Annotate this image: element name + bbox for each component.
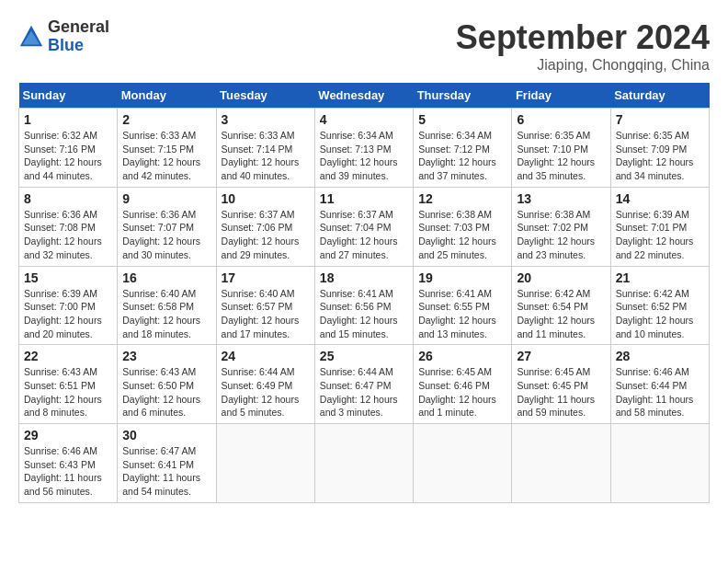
day-number: 26	[418, 349, 506, 363]
day-info: Sunrise: 6:38 AM Sunset: 7:03 PM Dayligh…	[418, 208, 506, 262]
day-info: Sunrise: 6:35 AM Sunset: 7:10 PM Dayligh…	[517, 129, 605, 183]
day-info: Sunrise: 6:39 AM Sunset: 7:00 PM Dayligh…	[24, 287, 112, 341]
calendar-day-cell: 25Sunrise: 6:44 AM Sunset: 6:47 PM Dayli…	[314, 345, 413, 424]
day-number: 2	[122, 112, 210, 127]
day-info: Sunrise: 6:33 AM Sunset: 7:15 PM Dayligh…	[122, 129, 210, 183]
calendar-week-row: 29Sunrise: 6:46 AM Sunset: 6:43 PM Dayli…	[19, 424, 710, 503]
day-number: 6	[517, 112, 605, 127]
day-info: Sunrise: 6:42 AM Sunset: 6:52 PM Dayligh…	[616, 287, 704, 341]
calendar-day-cell	[314, 424, 413, 503]
day-info: Sunrise: 6:38 AM Sunset: 7:02 PM Dayligh…	[517, 208, 605, 262]
calendar-day-cell: 20Sunrise: 6:42 AM Sunset: 6:54 PM Dayli…	[512, 266, 610, 345]
weekday-header-cell: Saturday	[610, 83, 709, 109]
calendar-day-cell: 24Sunrise: 6:44 AM Sunset: 6:49 PM Dayli…	[216, 345, 314, 424]
day-number: 29	[24, 428, 112, 442]
calendar-day-cell	[414, 424, 512, 503]
day-number: 8	[24, 191, 112, 206]
day-number: 12	[418, 191, 506, 206]
calendar-day-cell: 21Sunrise: 6:42 AM Sunset: 6:52 PM Dayli…	[610, 266, 709, 345]
day-number: 15	[24, 270, 112, 285]
day-number: 10	[222, 191, 310, 206]
day-info: Sunrise: 6:45 AM Sunset: 6:46 PM Dayligh…	[418, 365, 506, 419]
day-number: 18	[320, 270, 408, 285]
weekday-header-cell: Sunday	[19, 83, 118, 109]
weekday-header-cell: Monday	[118, 83, 216, 109]
page-header: General Blue September 2024 Jiaping, Cho…	[18, 18, 710, 74]
month-title: September 2024	[456, 18, 710, 57]
calendar-day-cell: 3Sunrise: 6:33 AM Sunset: 7:14 PM Daylig…	[216, 109, 314, 188]
calendar-day-cell: 15Sunrise: 6:39 AM Sunset: 7:00 PM Dayli…	[19, 266, 118, 345]
calendar-day-cell	[216, 424, 314, 503]
calendar-day-cell: 1Sunrise: 6:32 AM Sunset: 7:16 PM Daylig…	[19, 109, 118, 188]
logo-icon	[18, 24, 44, 50]
day-number: 27	[517, 349, 605, 363]
calendar-body: 1Sunrise: 6:32 AM Sunset: 7:16 PM Daylig…	[19, 109, 710, 503]
day-info: Sunrise: 6:33 AM Sunset: 7:14 PM Dayligh…	[222, 129, 310, 183]
calendar-day-cell: 29Sunrise: 6:46 AM Sunset: 6:43 PM Dayli…	[19, 424, 118, 503]
day-number: 13	[517, 191, 605, 206]
weekday-header-cell: Wednesday	[314, 83, 413, 109]
day-number: 4	[320, 112, 408, 127]
day-number: 3	[222, 112, 310, 127]
calendar-day-cell: 28Sunrise: 6:46 AM Sunset: 6:44 PM Dayli…	[610, 345, 709, 424]
day-info: Sunrise: 6:47 AM Sunset: 6:41 PM Dayligh…	[122, 444, 210, 499]
calendar-day-cell: 11Sunrise: 6:37 AM Sunset: 7:04 PM Dayli…	[314, 187, 413, 266]
day-number: 9	[122, 191, 210, 206]
calendar-day-cell: 14Sunrise: 6:39 AM Sunset: 7:01 PM Dayli…	[610, 187, 709, 266]
day-info: Sunrise: 6:45 AM Sunset: 6:45 PM Dayligh…	[517, 365, 605, 419]
day-info: Sunrise: 6:34 AM Sunset: 7:13 PM Dayligh…	[320, 129, 408, 183]
day-info: Sunrise: 6:32 AM Sunset: 7:16 PM Dayligh…	[24, 129, 112, 183]
calendar-day-cell: 30Sunrise: 6:47 AM Sunset: 6:41 PM Dayli…	[118, 424, 216, 503]
calendar-week-row: 15Sunrise: 6:39 AM Sunset: 7:00 PM Dayli…	[19, 266, 710, 345]
logo-general-text: General	[48, 17, 109, 36]
calendar-day-cell: 22Sunrise: 6:43 AM Sunset: 6:51 PM Dayli…	[19, 345, 118, 424]
day-info: Sunrise: 6:43 AM Sunset: 6:51 PM Dayligh…	[24, 365, 112, 419]
day-info: Sunrise: 6:44 AM Sunset: 6:49 PM Dayligh…	[222, 365, 310, 419]
day-info: Sunrise: 6:35 AM Sunset: 7:09 PM Dayligh…	[616, 129, 704, 183]
day-number: 17	[222, 270, 310, 285]
weekday-header-cell: Thursday	[414, 83, 512, 109]
day-number: 20	[517, 270, 605, 285]
calendar-day-cell: 27Sunrise: 6:45 AM Sunset: 6:45 PM Dayli…	[512, 345, 610, 424]
calendar-day-cell: 4Sunrise: 6:34 AM Sunset: 7:13 PM Daylig…	[314, 109, 413, 188]
day-number: 22	[24, 349, 112, 363]
day-number: 23	[122, 349, 210, 363]
calendar-day-cell: 12Sunrise: 6:38 AM Sunset: 7:03 PM Dayli…	[414, 187, 512, 266]
calendar-week-row: 8Sunrise: 6:36 AM Sunset: 7:08 PM Daylig…	[19, 187, 710, 266]
day-info: Sunrise: 6:34 AM Sunset: 7:12 PM Dayligh…	[418, 129, 506, 183]
calendar-day-cell: 23Sunrise: 6:43 AM Sunset: 6:50 PM Dayli…	[118, 345, 216, 424]
calendar-day-cell: 6Sunrise: 6:35 AM Sunset: 7:10 PM Daylig…	[512, 109, 610, 188]
weekday-header-cell: Friday	[512, 83, 610, 109]
calendar-day-cell: 18Sunrise: 6:41 AM Sunset: 6:56 PM Dayli…	[314, 266, 413, 345]
day-number: 19	[418, 270, 506, 285]
calendar-day-cell: 7Sunrise: 6:35 AM Sunset: 7:09 PM Daylig…	[610, 109, 709, 188]
calendar-week-row: 1Sunrise: 6:32 AM Sunset: 7:16 PM Daylig…	[19, 109, 710, 188]
day-number: 30	[122, 428, 210, 442]
day-number: 16	[122, 270, 210, 285]
day-info: Sunrise: 6:37 AM Sunset: 7:04 PM Dayligh…	[320, 208, 408, 262]
weekday-header-cell: Tuesday	[216, 83, 314, 109]
calendar-day-cell: 2Sunrise: 6:33 AM Sunset: 7:15 PM Daylig…	[118, 109, 216, 188]
calendar-day-cell: 16Sunrise: 6:40 AM Sunset: 6:58 PM Dayli…	[118, 266, 216, 345]
day-info: Sunrise: 6:36 AM Sunset: 7:07 PM Dayligh…	[122, 208, 210, 262]
calendar-day-cell: 8Sunrise: 6:36 AM Sunset: 7:08 PM Daylig…	[19, 187, 118, 266]
calendar-day-cell: 17Sunrise: 6:40 AM Sunset: 6:57 PM Dayli…	[216, 266, 314, 345]
day-info: Sunrise: 6:42 AM Sunset: 6:54 PM Dayligh…	[517, 287, 605, 341]
calendar-day-cell	[610, 424, 709, 503]
day-number: 21	[616, 270, 704, 285]
day-number: 11	[320, 191, 408, 206]
day-info: Sunrise: 6:41 AM Sunset: 6:56 PM Dayligh…	[320, 287, 408, 341]
day-info: Sunrise: 6:41 AM Sunset: 6:55 PM Dayligh…	[418, 287, 506, 341]
calendar-day-cell	[512, 424, 610, 503]
day-number: 24	[222, 349, 310, 363]
day-info: Sunrise: 6:40 AM Sunset: 6:58 PM Dayligh…	[122, 287, 210, 341]
day-info: Sunrise: 6:46 AM Sunset: 6:44 PM Dayligh…	[616, 365, 704, 419]
calendar-week-row: 22Sunrise: 6:43 AM Sunset: 6:51 PM Dayli…	[19, 345, 710, 424]
day-number: 28	[616, 349, 704, 363]
day-info: Sunrise: 6:44 AM Sunset: 6:47 PM Dayligh…	[320, 365, 408, 419]
day-info: Sunrise: 6:36 AM Sunset: 7:08 PM Dayligh…	[24, 208, 112, 262]
day-info: Sunrise: 6:43 AM Sunset: 6:50 PM Dayligh…	[122, 365, 210, 419]
weekday-header-row: SundayMondayTuesdayWednesdayThursdayFrid…	[19, 83, 710, 109]
day-info: Sunrise: 6:40 AM Sunset: 6:57 PM Dayligh…	[222, 287, 310, 341]
day-info: Sunrise: 6:37 AM Sunset: 7:06 PM Dayligh…	[222, 208, 310, 262]
